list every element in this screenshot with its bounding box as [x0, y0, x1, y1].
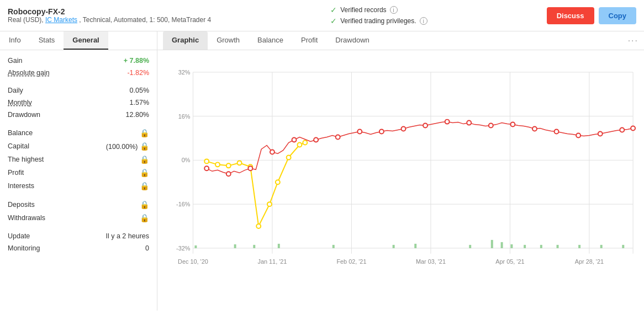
row-update: Update Il y a 2 heures — [0, 230, 157, 242]
label-gain: Gain — [8, 57, 22, 65]
svg-rect-39 — [622, 245, 624, 248]
main-content: Info Stats General Gain + 7.88% Absolute… — [0, 31, 644, 311]
svg-point-71 — [631, 126, 635, 131]
sidebar-tabs: Info Stats General — [0, 31, 157, 50]
info-icon-2[interactable]: i — [420, 17, 427, 25]
svg-rect-31 — [491, 240, 493, 248]
lock-icon-highest: 🔒 — [140, 155, 149, 164]
svg-rect-38 — [600, 245, 603, 248]
svg-rect-28 — [393, 245, 395, 248]
svg-point-46 — [267, 202, 272, 206]
label-absolute-gain[interactable]: Absolute gain — [8, 69, 50, 77]
svg-text:-16%: -16% — [176, 201, 191, 207]
row-highest: The highest 🔒 — [0, 153, 157, 166]
label-update: Update — [8, 232, 30, 240]
chart-tab-profit[interactable]: Profit — [292, 31, 326, 50]
lock-icon-balance: 🔒 — [140, 129, 149, 137]
svg-text:0%: 0% — [182, 157, 191, 163]
svg-point-60 — [401, 127, 405, 131]
check-icon-2: ✓ — [330, 17, 337, 25]
svg-point-66 — [532, 127, 537, 131]
svg-text:Apr 28, '21: Apr 28, '21 — [575, 258, 604, 265]
chart-tabs: Graphic Growth Balance Profit Drawdown ·… — [157, 31, 644, 50]
svg-rect-30 — [469, 245, 471, 248]
svg-point-42 — [226, 163, 231, 168]
svg-point-64 — [489, 124, 493, 128]
row-monthly: Monthly 1.57% — [0, 97, 157, 109]
chart-more-button[interactable]: ··· — [628, 36, 638, 46]
chart-tab-drawdown[interactable]: Drawdown — [326, 31, 378, 50]
chart-tab-growth[interactable]: Growth — [208, 31, 249, 50]
lock-icon-capital: 🔒 — [140, 142, 149, 151]
chart-svg: .grid-line { stroke: #e0e0e0; stroke-wid… — [163, 56, 638, 287]
svg-point-70 — [620, 128, 624, 132]
svg-point-47 — [276, 180, 280, 184]
svg-point-58 — [357, 130, 362, 134]
verified-privileges-text: Verified trading privileges. — [340, 17, 416, 25]
svg-point-51 — [204, 166, 209, 170]
sidebar-tab-stats[interactable]: Stats — [30, 31, 64, 50]
ic-markets-link[interactable]: IC Markets — [45, 16, 77, 24]
svg-point-53 — [248, 166, 252, 170]
value-monitoring: 0 — [145, 244, 149, 252]
svg-text:Mar 03, '21: Mar 03, '21 — [416, 258, 446, 265]
svg-text:Feb 02, '21: Feb 02, '21 — [336, 258, 366, 265]
label-withdrawals: Withdrawals — [8, 214, 45, 222]
header: Robocopy-FX-2 Real (USD), IC Markets , T… — [0, 0, 644, 31]
info-icon-1[interactable]: i — [390, 6, 398, 14]
svg-rect-36 — [557, 245, 559, 248]
sidebar: Info Stats General Gain + 7.88% Absolute… — [0, 31, 157, 311]
svg-point-63 — [467, 121, 471, 125]
svg-rect-35 — [540, 245, 542, 248]
svg-point-62 — [445, 120, 450, 124]
label-balance: Balance — [8, 129, 33, 137]
label-monthly[interactable]: Monthly — [8, 99, 32, 106]
sidebar-tab-info[interactable]: Info — [0, 31, 30, 50]
svg-rect-24 — [234, 244, 236, 248]
chart-tab-graphic[interactable]: Graphic — [163, 31, 208, 50]
svg-point-41 — [215, 162, 220, 167]
sidebar-tab-general[interactable]: General — [64, 31, 108, 50]
value-monthly: 1.57% — [130, 99, 149, 106]
value-daily: 0.05% — [130, 87, 149, 94]
label-highest: The highest — [8, 156, 44, 163]
svg-point-57 — [336, 135, 340, 140]
value-update: Il y a 2 heures — [105, 232, 149, 240]
app-subtitle: Real (USD), IC Markets , Technical, Auto… — [8, 16, 211, 24]
row-withdrawals: Withdrawals 🔒 — [0, 211, 157, 225]
discuss-button[interactable]: Discuss — [547, 7, 594, 24]
label-daily: Daily — [8, 87, 23, 94]
svg-point-40 — [204, 159, 209, 163]
svg-rect-33 — [510, 244, 513, 248]
label-monitoring: Monitoring — [8, 244, 40, 252]
svg-point-45 — [256, 224, 261, 228]
value-drawdown: 12.80% — [126, 111, 149, 119]
svg-rect-26 — [278, 244, 280, 248]
svg-rect-27 — [332, 245, 335, 248]
label-deposits: Deposits — [8, 201, 35, 209]
header-left: Robocopy-FX-2 Real (USD), IC Markets , T… — [8, 7, 211, 24]
svg-point-67 — [555, 130, 559, 134]
svg-text:Dec 10, '20: Dec 10, '20 — [178, 258, 208, 265]
value-gain: + 7.88% — [124, 57, 149, 65]
verified-privileges: ✓ Verified trading privileges. i — [330, 17, 427, 25]
value-absolute-gain: -1.82% — [127, 69, 149, 77]
copy-button[interactable]: Copy — [599, 7, 637, 24]
svg-rect-23 — [194, 245, 197, 248]
row-daily: Daily 0.05% — [0, 84, 157, 97]
svg-text:Apr 05, '21: Apr 05, '21 — [495, 258, 524, 265]
row-balance: Balance 🔒 — [0, 126, 157, 140]
svg-rect-37 — [578, 245, 580, 248]
row-monitoring: Monitoring 0 — [0, 242, 157, 254]
lock-icon-interests: 🔒 — [140, 181, 149, 190]
label-capital: Capital — [8, 142, 29, 150]
row-drawdown: Drawdown 12.80% — [0, 109, 157, 121]
chart-area: Graphic Growth Balance Profit Drawdown ·… — [157, 31, 644, 311]
row-gain: Gain + 7.88% — [0, 55, 157, 67]
svg-point-43 — [237, 161, 242, 165]
svg-point-48 — [287, 155, 291, 159]
svg-point-56 — [314, 138, 318, 142]
chart-tab-balance[interactable]: Balance — [249, 31, 292, 50]
verified-records-text: Verified records — [340, 6, 386, 14]
svg-rect-25 — [253, 245, 255, 248]
